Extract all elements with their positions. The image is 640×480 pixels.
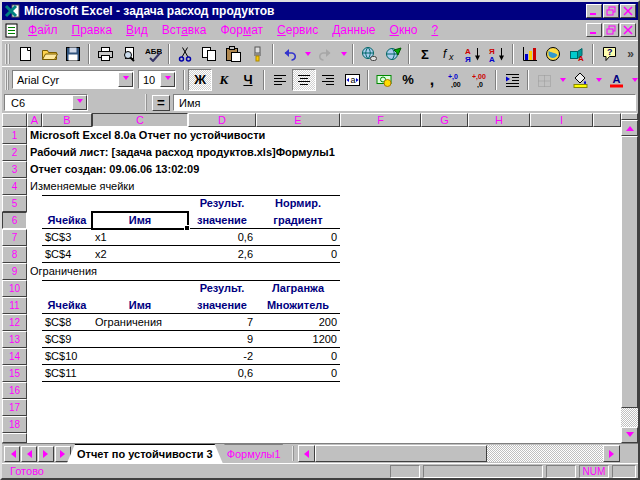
- cut-button[interactable]: [173, 43, 197, 65]
- cell-B11[interactable]: Ячейка: [42, 297, 92, 314]
- font-size-combo[interactable]: 10: [138, 70, 176, 89]
- row-header-11[interactable]: 11: [2, 297, 27, 314]
- doc-close-button[interactable]: [620, 23, 636, 37]
- cell-E6[interactable]: градиент: [256, 212, 340, 229]
- row-header-12[interactable]: 12: [2, 314, 27, 331]
- percent-button[interactable]: %: [396, 69, 420, 91]
- cell-E8[interactable]: 0: [256, 246, 340, 263]
- menu-файл[interactable]: Файл: [21, 21, 65, 39]
- print-preview-button[interactable]: [117, 43, 141, 65]
- align-right-button[interactable]: [316, 69, 340, 91]
- paste-function-button[interactable]: fx: [437, 43, 461, 65]
- increase-decimal-button[interactable]: +,0,00: [444, 69, 468, 91]
- align-center-button[interactable]: [292, 69, 316, 91]
- cell-B12[interactable]: $C$8: [42, 314, 92, 331]
- next-sheet-icon[interactable]: [38, 446, 54, 462]
- cell-E10[interactable]: Лагранжа: [256, 280, 340, 297]
- cell-A9[interactable]: Ограничения: [27, 263, 100, 280]
- row-header-17[interactable]: 17: [2, 399, 27, 416]
- select-all-corner[interactable]: [2, 113, 27, 127]
- map-button[interactable]: [541, 43, 565, 65]
- toolbar-drag-handle[interactable]: [5, 44, 10, 64]
- currency-button[interactable]: [372, 69, 396, 91]
- column-header-D[interactable]: D: [188, 113, 256, 127]
- column-header-H[interactable]: H: [468, 113, 530, 127]
- open-button[interactable]: [37, 43, 61, 65]
- scroll-down-icon[interactable]: [621, 427, 638, 443]
- doc-restore-button[interactable]: [603, 23, 619, 37]
- last-sheet-icon[interactable]: [55, 446, 71, 462]
- split-box[interactable]: [621, 113, 638, 120]
- scroll-right-icon[interactable]: [603, 445, 620, 462]
- cell-A2[interactable]: Рабочий лист: [задача расход продуктов.x…: [27, 144, 338, 161]
- cell-D11[interactable]: значение: [188, 297, 256, 314]
- menu-вставка[interactable]: Вставка: [155, 21, 214, 39]
- restore-button[interactable]: [603, 4, 619, 18]
- first-sheet-icon[interactable]: [4, 446, 20, 462]
- row-header-5[interactable]: 5: [2, 195, 27, 212]
- merge-center-button[interactable]: a: [340, 69, 364, 91]
- row-header-13[interactable]: 13: [2, 331, 27, 348]
- column-header-C[interactable]: C: [92, 113, 188, 127]
- menu-?[interactable]: ?: [424, 21, 445, 39]
- row-header-10[interactable]: 10: [2, 280, 27, 297]
- more-buttons-icon[interactable]: »: [627, 47, 634, 61]
- horizontal-scroll-thumb[interactable]: [315, 445, 487, 462]
- menu-окно[interactable]: Окно: [383, 21, 425, 39]
- indent-button[interactable]: [500, 69, 524, 91]
- menu-данные[interactable]: Данные: [325, 21, 382, 39]
- close-button[interactable]: [620, 4, 636, 18]
- drawing-button[interactable]: A: [565, 43, 589, 65]
- redo-button[interactable]: [313, 43, 337, 65]
- vertical-scroll-track[interactable]: [621, 408, 638, 427]
- cell-A3[interactable]: Отчет создан: 09.06.06 13:02:09: [27, 161, 202, 178]
- row-header-8[interactable]: 8: [2, 246, 27, 263]
- row-header-2[interactable]: 2: [2, 144, 27, 161]
- tab-split-handle[interactable]: [292, 446, 297, 461]
- name-box[interactable]: C6: [4, 94, 88, 111]
- copy-button[interactable]: [197, 43, 221, 65]
- cell-D8[interactable]: 2,6: [188, 246, 256, 263]
- cell-A1[interactable]: Microsoft Excel 8.0a Отчет по устойчивос…: [27, 127, 268, 144]
- menu-вид[interactable]: Вид: [119, 21, 155, 39]
- cell-D7[interactable]: 0,6: [188, 229, 256, 246]
- edit-formula-button[interactable]: =: [152, 95, 170, 111]
- cell-D5[interactable]: Результ.: [188, 195, 256, 212]
- cell-C11[interactable]: Имя: [92, 297, 188, 314]
- cell-grid[interactable]: Microsoft Excel 8.0a Отчет по устойчивос…: [27, 127, 621, 443]
- cell-D14[interactable]: -2: [188, 348, 256, 365]
- align-left-button[interactable]: [268, 69, 292, 91]
- cell-B14[interactable]: $C$10: [42, 348, 92, 365]
- toolbar-drag-handle[interactable]: [5, 70, 9, 90]
- row-header-3[interactable]: 3: [2, 161, 27, 178]
- previous-sheet-icon[interactable]: [21, 446, 37, 462]
- underline-button[interactable]: Ч: [236, 69, 260, 91]
- row-header-14[interactable]: 14: [2, 348, 27, 365]
- column-header-E[interactable]: E: [256, 113, 340, 127]
- cell-B15[interactable]: $C$11: [42, 365, 92, 382]
- workbook-icon[interactable]: [4, 23, 19, 38]
- sort-ascending-button[interactable]: АЯ: [461, 43, 485, 65]
- row-header-6[interactable]: 6: [2, 212, 27, 229]
- active-cell-selection[interactable]: [91, 211, 189, 230]
- cell-D10[interactable]: Результ.: [188, 280, 256, 297]
- cell-E12[interactable]: 200: [256, 314, 340, 331]
- spelling-button[interactable]: АБВ: [141, 43, 165, 65]
- horizontal-scroll-track[interactable]: [487, 445, 603, 462]
- cell-A4[interactable]: Изменяемые ячейки: [27, 178, 137, 195]
- cell-D13[interactable]: 9: [188, 331, 256, 348]
- cell-B7[interactable]: $C$3: [42, 229, 92, 246]
- minimize-button[interactable]: [586, 4, 602, 18]
- menu-сервис[interactable]: Сервис: [270, 21, 325, 39]
- chart-wizard-button[interactable]: [517, 43, 541, 65]
- row-header-16[interactable]: 16: [2, 382, 27, 399]
- sort-descending-button[interactable]: ЯА: [485, 43, 509, 65]
- cell-C8[interactable]: x2: [92, 246, 188, 263]
- cell-E13[interactable]: 1200: [256, 331, 340, 348]
- cell-C7[interactable]: x1: [92, 229, 188, 246]
- borders-dropdown-icon[interactable]: [556, 69, 568, 91]
- font-color-dropdown-icon[interactable]: [628, 69, 640, 91]
- column-header-I[interactable]: I: [530, 113, 593, 127]
- excel-app-icon[interactable]: [4, 4, 20, 18]
- column-header-G[interactable]: G: [421, 113, 468, 127]
